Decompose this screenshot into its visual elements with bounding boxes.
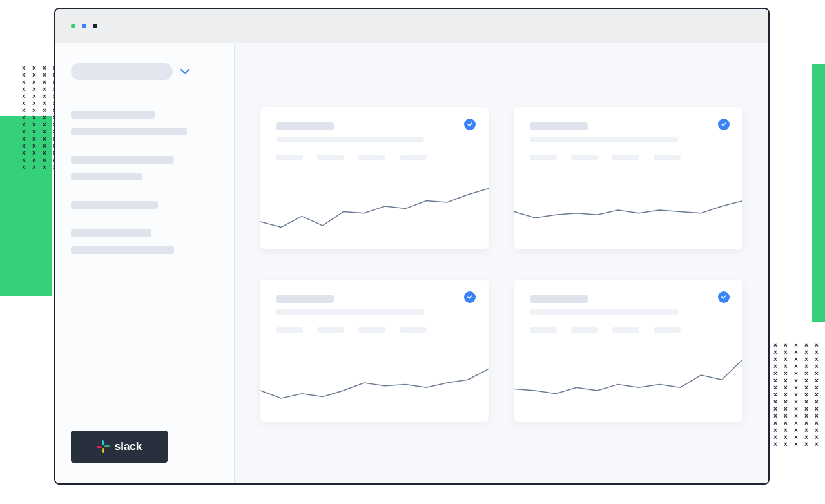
nav-item[interactable] bbox=[71, 128, 187, 135]
metric-placeholder bbox=[654, 155, 681, 160]
nav-item[interactable] bbox=[71, 229, 151, 237]
card-metrics-row bbox=[276, 155, 473, 160]
metric-placeholder bbox=[400, 327, 427, 333]
check-icon bbox=[718, 291, 730, 303]
metric-placeholder bbox=[654, 327, 681, 333]
dashboard-card[interactable] bbox=[514, 280, 742, 422]
svg-rect-3 bbox=[97, 446, 102, 448]
card-subtitle-placeholder bbox=[276, 137, 424, 142]
titlebar bbox=[55, 9, 768, 43]
nav-item[interactable] bbox=[71, 156, 174, 164]
card-title-placeholder bbox=[276, 295, 334, 303]
card-title-placeholder bbox=[530, 295, 588, 303]
svg-rect-1 bbox=[104, 445, 110, 447]
card-sparkline bbox=[514, 171, 742, 249]
workspace-name-placeholder bbox=[71, 63, 173, 80]
check-icon bbox=[718, 119, 730, 130]
nav-group bbox=[71, 229, 218, 254]
slack-icon bbox=[97, 440, 110, 453]
card-metrics-row bbox=[276, 327, 473, 333]
metric-placeholder bbox=[530, 327, 557, 333]
sidebar: slack bbox=[55, 43, 235, 483]
nav-item[interactable] bbox=[71, 246, 174, 254]
svg-rect-0 bbox=[102, 440, 104, 445]
metric-placeholder bbox=[358, 327, 385, 333]
nav-group bbox=[71, 111, 218, 135]
chevron-down-icon bbox=[180, 66, 189, 77]
metric-placeholder bbox=[276, 155, 303, 160]
card-sparkline bbox=[260, 344, 489, 422]
dashboard-card[interactable] bbox=[514, 107, 742, 249]
dashboard-card[interactable] bbox=[260, 280, 489, 422]
window-dot-green bbox=[71, 24, 75, 28]
metric-placeholder bbox=[530, 155, 557, 160]
metric-placeholder bbox=[276, 327, 303, 333]
card-title-placeholder bbox=[276, 122, 334, 130]
nav-item[interactable] bbox=[71, 111, 155, 119]
window-dot-dark bbox=[93, 24, 97, 28]
card-subtitle-placeholder bbox=[530, 137, 678, 142]
dashboard-card[interactable] bbox=[260, 107, 489, 249]
main-content bbox=[235, 43, 768, 483]
card-sparkline bbox=[514, 344, 742, 422]
card-title-placeholder bbox=[530, 122, 588, 130]
nav-item[interactable] bbox=[71, 201, 158, 209]
svg-rect-2 bbox=[102, 448, 104, 453]
check-icon bbox=[464, 291, 476, 303]
window-dot-blue bbox=[82, 24, 86, 28]
metric-placeholder bbox=[358, 155, 385, 160]
nav-group bbox=[71, 201, 218, 209]
metric-placeholder bbox=[571, 155, 598, 160]
metric-placeholder bbox=[571, 327, 598, 333]
nav-group bbox=[71, 156, 218, 180]
check-icon bbox=[464, 119, 476, 130]
slack-label: slack bbox=[115, 440, 142, 453]
slack-button[interactable]: slack bbox=[71, 431, 168, 463]
card-sparkline bbox=[260, 171, 489, 249]
metric-placeholder bbox=[612, 327, 639, 333]
workspace-selector[interactable] bbox=[71, 63, 218, 80]
card-metrics-row bbox=[530, 327, 727, 333]
card-grid bbox=[260, 107, 742, 422]
app-window: slack bbox=[54, 8, 770, 485]
decorative-green-block bbox=[0, 116, 52, 296]
metric-placeholder bbox=[400, 155, 427, 160]
metric-placeholder bbox=[612, 155, 639, 160]
metric-placeholder bbox=[317, 327, 344, 333]
nav-item[interactable] bbox=[71, 173, 142, 180]
decorative-green-stripe bbox=[812, 64, 825, 322]
card-metrics-row bbox=[530, 155, 727, 160]
card-subtitle-placeholder bbox=[530, 309, 678, 315]
card-subtitle-placeholder bbox=[276, 309, 424, 315]
metric-placeholder bbox=[317, 155, 344, 160]
